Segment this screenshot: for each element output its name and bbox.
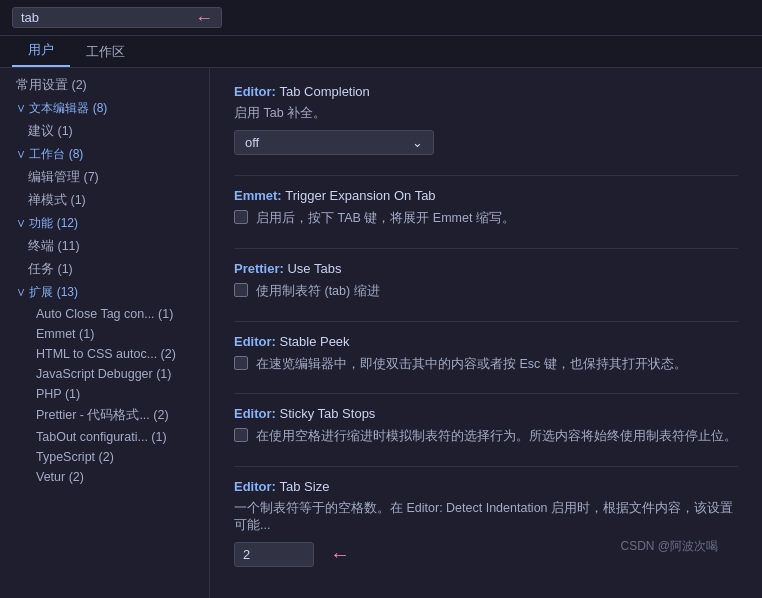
chevron-down-icon: ⌄ (412, 135, 423, 150)
emmet-trigger-checkbox[interactable] (234, 210, 248, 224)
settings-content: Editor: Tab Completion 启用 Tab 补全。 off ⌄ … (210, 68, 762, 598)
setting-title-3: Use Tabs (287, 261, 341, 276)
sidebar-item-emmet[interactable]: Emmet (1) (0, 324, 209, 344)
sidebar-item-zen-mode[interactable]: 禅模式 (1) (0, 189, 209, 212)
sidebar-item-vetur[interactable]: Vetur (2) (0, 467, 209, 487)
sidebar-item-html-to-css[interactable]: HTML to CSS autoc... (2) (0, 344, 209, 364)
divider-1 (234, 175, 738, 176)
sidebar-item-js-debugger[interactable]: JavaScript Debugger (1) (0, 364, 209, 384)
prettier-tabs-label: 使用制表符 (tab) 缩进 (256, 282, 380, 301)
sidebar-item-typescript[interactable]: TypeScript (2) (0, 447, 209, 467)
sidebar: 常用设置 (2) ∨ 文本编辑器 (8) 建议 (1) ∨ 工作台 (8) 编辑… (0, 68, 210, 598)
setting-title-4: Stable Peek (280, 334, 350, 349)
stable-peek-label: 在速览编辑器中，即使双击其中的内容或者按 Esc 键，也保持其打开状态。 (256, 355, 687, 374)
tab-size-input-wrap[interactable] (234, 542, 314, 567)
setting-title-1: Tab Completion (280, 84, 370, 99)
sidebar-item-common[interactable]: 常用设置 (2) (0, 74, 209, 97)
setting-title-2: Trigger Expansion On Tab (285, 188, 435, 203)
sticky-tab-stops-label: 在使用空格进行缩进时模拟制表符的选择行为。所选内容将始终使用制表符停止位。 (256, 427, 737, 446)
tab-user[interactable]: 用户 (12, 37, 70, 67)
setting-prefix-5: Editor: (234, 406, 280, 421)
main-layout: 常用设置 (2) ∨ 文本编辑器 (8) 建议 (1) ∨ 工作台 (8) 编辑… (0, 68, 762, 598)
top-bar: ← (0, 0, 762, 36)
search-wrap[interactable] (12, 7, 222, 28)
setting-prettier-tabs-title: Prettier: Use Tabs (234, 261, 738, 276)
search-input[interactable] (21, 10, 191, 25)
tab-workspace[interactable]: 工作区 (70, 39, 141, 67)
red-arrow-bottom-indicator: ← (330, 543, 350, 566)
setting-tab-size-title: Editor: Tab Size (234, 479, 738, 494)
tab-size-input-row: ← CSDN @阿波次喝 (234, 542, 738, 567)
setting-title-5: Sticky Tab Stops (280, 406, 376, 421)
emmet-trigger-label: 启用后，按下 TAB 键，将展开 Emmet 缩写。 (256, 209, 515, 228)
tab-completion-select[interactable]: off ⌄ (234, 130, 434, 155)
setting-title-6: Tab Size (280, 479, 330, 494)
tab-size-input[interactable] (243, 547, 303, 562)
sidebar-item-text-editor[interactable]: ∨ 文本编辑器 (8) (0, 97, 209, 120)
stable-peek-checkbox-row: 在速览编辑器中，即使双击其中的内容或者按 Esc 键，也保持其打开状态。 (234, 355, 738, 374)
sidebar-item-terminal[interactable]: 终端 (11) (0, 235, 209, 258)
watermark: CSDN @阿波次喝 (620, 538, 718, 555)
sidebar-item-prettier[interactable]: Prettier - 代码格式... (2) (0, 404, 209, 427)
tabs-row: 用户 工作区 (0, 36, 762, 68)
sticky-tab-stops-checkbox-row: 在使用空格进行缩进时模拟制表符的选择行为。所选内容将始终使用制表符停止位。 (234, 427, 738, 446)
setting-stable-peek-title: Editor: Stable Peek (234, 334, 738, 349)
setting-prefix-3: Prettier: (234, 261, 287, 276)
sidebar-item-editor-management[interactable]: 编辑管理 (7) (0, 166, 209, 189)
setting-tab-completion-desc: 启用 Tab 补全。 (234, 105, 738, 122)
prettier-tabs-checkbox[interactable] (234, 283, 248, 297)
setting-prettier-tabs: Prettier: Use Tabs 使用制表符 (tab) 缩进 (234, 261, 738, 301)
setting-prefix-2: Emmet: (234, 188, 285, 203)
sidebar-item-workbench[interactable]: ∨ 工作台 (8) (0, 143, 209, 166)
setting-sticky-tab-stops: Editor: Sticky Tab Stops 在使用空格进行缩进时模拟制表符… (234, 406, 738, 446)
divider-5 (234, 466, 738, 467)
emmet-trigger-checkbox-row: 启用后，按下 TAB 键，将展开 Emmet 缩写。 (234, 209, 738, 228)
sidebar-item-extensions[interactable]: ∨ 扩展 (13) (0, 281, 209, 304)
setting-stable-peek: Editor: Stable Peek 在速览编辑器中，即使双击其中的内容或者按… (234, 334, 738, 374)
setting-prefix-6: Editor: (234, 479, 280, 494)
setting-tab-size: Editor: Tab Size 一个制表符等于的空格数。在 Editor: D… (234, 479, 738, 567)
setting-tab-completion-title: Editor: Tab Completion (234, 84, 738, 99)
setting-tab-size-desc: 一个制表符等于的空格数。在 Editor: Detect Indentation… (234, 500, 738, 534)
tab-completion-value: off (245, 135, 259, 150)
sidebar-item-suggestions[interactable]: 建议 (1) (0, 120, 209, 143)
setting-prefix-4: Editor: (234, 334, 280, 349)
prettier-tabs-checkbox-row: 使用制表符 (tab) 缩进 (234, 282, 738, 301)
setting-emmet-trigger-title: Emmet: Trigger Expansion On Tab (234, 188, 738, 203)
setting-sticky-tab-stops-title: Editor: Sticky Tab Stops (234, 406, 738, 421)
stable-peek-checkbox[interactable] (234, 356, 248, 370)
setting-prefix-1: Editor: (234, 84, 280, 99)
divider-4 (234, 393, 738, 394)
divider-3 (234, 321, 738, 322)
divider-2 (234, 248, 738, 249)
sidebar-item-auto-close-tag[interactable]: Auto Close Tag con... (1) (0, 304, 209, 324)
sticky-tab-stops-checkbox[interactable] (234, 428, 248, 442)
sidebar-item-tabout[interactable]: TabOut configurati... (1) (0, 427, 209, 447)
sidebar-item-php[interactable]: PHP (1) (0, 384, 209, 404)
sidebar-item-tasks[interactable]: 任务 (1) (0, 258, 209, 281)
red-arrow-indicator: ← (195, 8, 213, 29)
sidebar-item-features[interactable]: ∨ 功能 (12) (0, 212, 209, 235)
setting-tab-completion: Editor: Tab Completion 启用 Tab 补全。 off ⌄ (234, 84, 738, 155)
setting-emmet-trigger: Emmet: Trigger Expansion On Tab 启用后，按下 T… (234, 188, 738, 228)
content-inner: Editor: Tab Completion 启用 Tab 补全。 off ⌄ … (234, 84, 738, 567)
